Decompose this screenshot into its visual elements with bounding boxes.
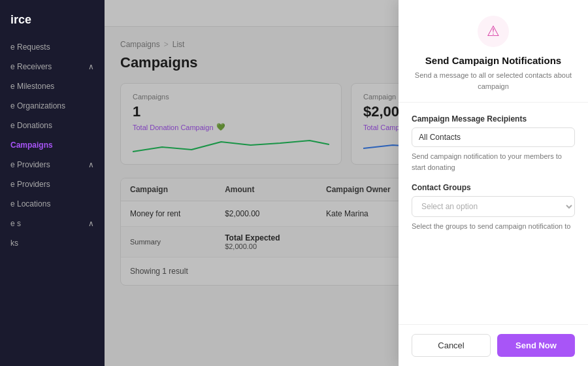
sidebar-item-milestones[interactable]: e Milestones	[0, 76, 105, 96]
groups-select[interactable]: Select an option	[412, 196, 575, 217]
groups-label: Contact Groups	[412, 183, 575, 192]
send-button[interactable]: Send Now	[497, 334, 575, 357]
main-content: 🔍 Search Campaigns > List Campaigns Camp…	[105, 0, 588, 366]
sidebar-brand: irce	[0, 7, 105, 37]
sidebar: irce e Requests e Receivers ∧ e Mileston…	[0, 0, 105, 366]
modal-subtitle: Send a message to all or selected contac…	[412, 70, 575, 92]
sidebar-item-donations[interactable]: e Donations	[0, 116, 105, 135]
sidebar-item-links[interactable]: ks	[0, 233, 105, 253]
sidebar-item-providers2[interactable]: e Providers	[0, 175, 105, 194]
sidebar-item-locations[interactable]: e Locations	[0, 194, 105, 214]
sidebar-toggle-extras[interactable]: e s ∧	[0, 214, 105, 233]
cancel-button[interactable]: Cancel	[412, 334, 491, 357]
sidebar-toggle-receivers[interactable]: e Receivers ∧	[0, 57, 105, 76]
sidebar-toggle-providers[interactable]: e Providers ∧	[0, 155, 105, 175]
sidebar-item-campaigns[interactable]: Campaigns	[0, 135, 105, 155]
modal-body: Campaign Message Recipients Send campaig…	[399, 103, 588, 324]
sidebar-item-requests[interactable]: e Requests	[0, 37, 105, 57]
modal-icon-wrap: ⚠	[478, 16, 509, 47]
sidebar-item-organizations[interactable]: e Organizations	[0, 96, 105, 116]
modal-footer: Cancel Send Now	[399, 324, 588, 366]
recipients-hint: Send campaign notification to your membe…	[412, 151, 575, 173]
modal-panel: ⚠ Send Campaign Notifications Send a mes…	[399, 0, 588, 366]
recipients-input[interactable]	[412, 127, 575, 147]
modal-title: Send Campaign Notifications	[412, 55, 575, 66]
modal-header: ⚠ Send Campaign Notifications Send a mes…	[399, 0, 588, 103]
groups-hint: Select the groups to send campaign notif…	[412, 221, 575, 232]
warning-icon: ⚠	[487, 23, 500, 40]
recipients-label: Campaign Message Recipients	[412, 114, 575, 124]
